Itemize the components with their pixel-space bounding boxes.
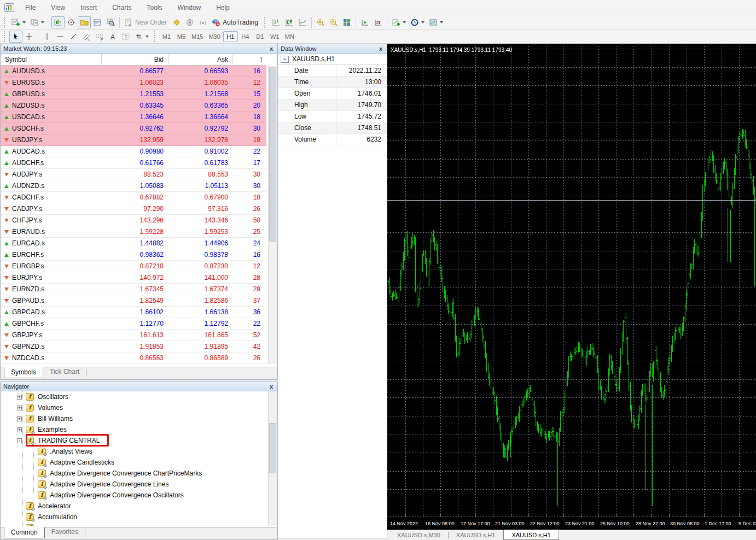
metaeditor-button[interactable] xyxy=(170,16,183,28)
menu-insert[interactable]: Insert xyxy=(73,2,104,14)
table-row[interactable]: CADJPY.s97.29097.31626 xyxy=(1,203,266,215)
scrollbar-thumb[interactable] xyxy=(269,67,276,242)
market-watch-scrollbar[interactable] xyxy=(268,66,277,364)
text-button[interactable]: A xyxy=(106,31,119,43)
terminal-toggle-button[interactable] xyxy=(91,16,104,28)
profiles-button[interactable] xyxy=(28,16,46,28)
close-icon[interactable]: x xyxy=(377,45,384,52)
menu-window[interactable]: Window xyxy=(170,2,209,14)
auto-scroll-button[interactable] xyxy=(65,16,78,28)
tree-item-adaptive-candlesticks[interactable]: fAdaptive Candlesticks xyxy=(38,457,114,468)
fibonacci-button[interactable]: F xyxy=(93,31,106,43)
tree-item-accumulation[interactable]: fAccumulation xyxy=(17,512,77,523)
vertical-line-button[interactable] xyxy=(40,31,54,43)
tree-item-adaptive-divergence-convergence-lines[interactable]: fAdaptive Divergence Convergence Lines xyxy=(38,479,168,490)
tree-item-oscillators[interactable]: +fOscillators xyxy=(17,391,68,402)
text-label-button[interactable]: T xyxy=(119,31,132,43)
tab-tick-chart[interactable]: Tick Chart xyxy=(43,367,86,377)
chart-time-axis[interactable]: 14 Nov 202216 Nov 08:0017 Nov 17:0021 No… xyxy=(387,519,756,530)
autotrading-button[interactable]: AutoTrading xyxy=(210,16,261,28)
table-row[interactable]: GBPAUD.s1.825491.8258637 xyxy=(1,295,266,307)
table-row[interactable]: EURAUD.s1.592281.5925325 xyxy=(1,226,266,238)
crosshair-button[interactable] xyxy=(22,31,36,43)
cursor-button[interactable] xyxy=(9,31,22,43)
timeframe-h1[interactable]: H1 xyxy=(223,31,238,42)
table-row[interactable]: GBPNZD.s1.918531.9189542 xyxy=(1,341,266,353)
close-icon[interactable]: x xyxy=(268,383,275,390)
menu-file[interactable]: File xyxy=(18,2,43,14)
strategy-tester-button[interactable] xyxy=(104,16,117,28)
timeframe-m30[interactable]: M30 xyxy=(206,31,223,42)
table-row[interactable]: EURNZD.s1.673451.6737429 xyxy=(1,284,266,295)
bar-chart-button[interactable] xyxy=(270,16,283,28)
horizontal-line-button[interactable] xyxy=(54,31,67,43)
tree-item--analyst-views[interactable]: f.Analyst Views xyxy=(38,446,92,457)
tile-windows-button[interactable] xyxy=(340,16,353,28)
chart-window[interactable]: XAUUSD.s,H1 1793.11 1794.39 1793.11 1793… xyxy=(387,44,756,530)
table-row[interactable]: USDCAD.s1.366461.3666418 xyxy=(1,111,266,123)
tree-item-adaptive-divergence-convergence-chartpricemarks[interactable]: fAdaptive Divergence Convergence ChartPr… xyxy=(38,468,202,479)
timeframe-m5[interactable]: M5 xyxy=(174,31,189,42)
timeframe-w1[interactable]: W1 xyxy=(267,31,282,42)
column-ask[interactable]: Ask xyxy=(168,54,233,65)
chart-tab[interactable]: XAUUSD.s,H1 xyxy=(503,530,559,540)
price-chart-canvas[interactable] xyxy=(387,46,756,517)
table-row[interactable]: EURCHF.s0.983620.9837816 xyxy=(1,249,266,261)
menu-charts[interactable]: Charts xyxy=(104,2,139,14)
tab-symbols[interactable]: Symbols xyxy=(4,367,43,378)
tab-favorites[interactable]: Favorites xyxy=(45,527,85,537)
expand-icon[interactable]: + xyxy=(17,427,22,432)
zoom-out-button[interactable] xyxy=(327,16,340,28)
timeframe-h4[interactable]: H4 xyxy=(238,31,253,42)
periods-button[interactable] xyxy=(408,16,427,28)
experts-button[interactable] xyxy=(183,16,196,28)
timeframe-d1[interactable]: D1 xyxy=(253,31,267,42)
table-row[interactable]: USDJPY.s132.959132.97819 xyxy=(1,134,266,146)
table-row[interactable]: AUDCHF.s0.617660.6178317 xyxy=(1,157,266,169)
chart-shift-button[interactable] xyxy=(51,16,65,28)
tree-item-bill-williams[interactable]: +fBill Williams xyxy=(17,413,73,424)
table-row[interactable]: EURCAD.s1.448821.4490624 xyxy=(1,238,266,249)
indicators-button[interactable] xyxy=(389,16,408,28)
menu-view[interactable]: View xyxy=(43,2,73,14)
timeframe-m1[interactable]: M1 xyxy=(159,31,174,42)
tree-item-examples[interactable]: +fExamples xyxy=(17,424,67,435)
chart-stop-button[interactable] xyxy=(371,16,385,28)
menu-help[interactable]: Help xyxy=(208,2,237,14)
tree-item-accelerator[interactable]: fAccelerator xyxy=(17,501,71,512)
new-order-button[interactable]: New Order xyxy=(122,16,170,28)
chart-play-button[interactable] xyxy=(358,16,371,28)
collapse-icon[interactable]: - xyxy=(17,438,22,443)
chart-tab[interactable]: XAUUSD.s,M30 xyxy=(389,530,448,540)
scrollbar-thumb[interactable] xyxy=(269,423,276,473)
navigator-toggle-button[interactable] xyxy=(78,16,91,28)
channel-button[interactable]: E xyxy=(80,31,93,43)
table-row[interactable]: GBPUSD.s1.215531.2156815 xyxy=(1,89,266,100)
table-row[interactable]: USDCHF.s0.927620.9279230 xyxy=(1,123,266,134)
table-row[interactable]: EURJPY.s140.972141.00028 xyxy=(1,272,266,284)
expand-icon[interactable]: + xyxy=(17,406,22,410)
timeframe-m15[interactable]: M15 xyxy=(189,31,206,42)
chart-tab[interactable]: XAUUSD.s,H1 xyxy=(449,530,503,540)
arrows-button[interactable] xyxy=(132,31,151,43)
tree-item-adaptive-divergence-convergence-oscillators[interactable]: fAdaptive Divergence Convergence Oscilla… xyxy=(38,490,184,501)
menu-tools[interactable]: Tools xyxy=(139,2,170,14)
trendline-button[interactable] xyxy=(67,31,80,43)
table-row[interactable]: AUDUSD.s0.665770.6659316 xyxy=(1,66,266,77)
column-spread[interactable]: ! xyxy=(233,54,266,65)
tree-item[interactable]: f xyxy=(17,523,34,526)
table-row[interactable]: CHFJPY.s143.296143.34650 xyxy=(1,215,266,226)
table-row[interactable]: AUDCAD.s0.909800.9100222 xyxy=(1,146,266,157)
table-row[interactable]: NZDCAD.s0.865630.8658926 xyxy=(1,353,266,364)
close-icon[interactable]: x xyxy=(268,45,275,52)
candlestick-chart-button[interactable] xyxy=(283,16,296,28)
table-row[interactable]: CADCHF.s0.678820.6790018 xyxy=(1,192,266,203)
column-bid[interactable]: Bid xyxy=(102,54,168,65)
table-row[interactable]: EURGBP.s0.872180.8723012 xyxy=(1,261,266,272)
table-row[interactable]: NZDUSD.s0.633450.6336520 xyxy=(1,100,266,111)
navigator-scrollbar[interactable] xyxy=(268,391,277,526)
table-row[interactable]: GBPJPY.s161.613161.66552 xyxy=(1,330,266,341)
expand-icon[interactable]: + xyxy=(17,416,22,421)
table-row[interactable]: GBPCAD.s1.661021.6613836 xyxy=(1,307,266,318)
tree-item-volumes[interactable]: +fVolumes xyxy=(17,402,63,413)
